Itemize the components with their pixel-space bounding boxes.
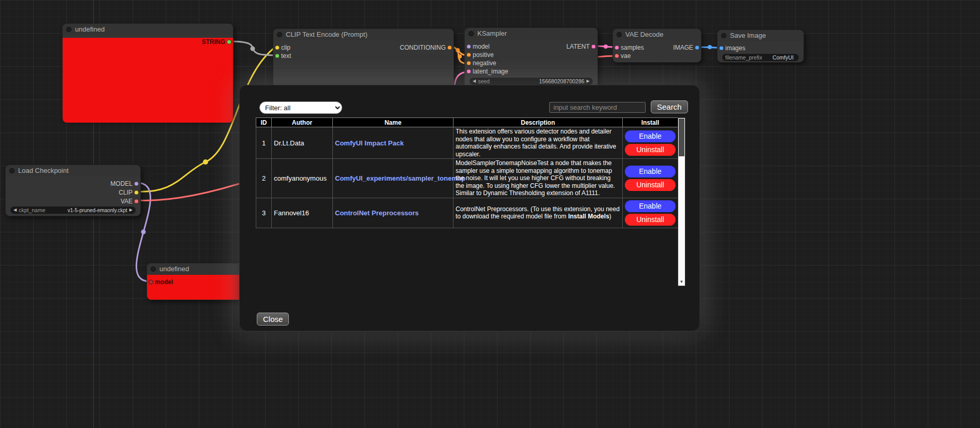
collapse-dot-icon[interactable] (151, 267, 156, 272)
slot-dot-image-output[interactable] (695, 46, 699, 50)
node-vae-decode[interactable]: VAE Decode samples IMAGE vae (612, 28, 701, 63)
slot-label-string-output: STRING (202, 38, 225, 46)
uninstall-button[interactable]: Uninstall (625, 214, 676, 226)
extension-link[interactable]: ControlNet Preprocessors (335, 209, 419, 217)
extensions-table: ID Author Name Description Install 1 Dr.… (256, 117, 678, 228)
node-save-image[interactable]: Save Image images filename_prefix ComfyU… (717, 29, 804, 63)
node-title-bar[interactable]: undefined (63, 24, 233, 35)
filename-prefix-value: ComfyUI (772, 54, 794, 61)
table-row: 1 Dr.Lt.Data ComfyUI Impact Pack This ex… (256, 127, 678, 159)
collapse-dot-icon[interactable] (9, 168, 14, 173)
slot-dot-negative-input[interactable] (466, 61, 471, 66)
uninstall-button[interactable]: Uninstall (625, 144, 676, 156)
slot-dot-model-input[interactable] (149, 280, 153, 285)
ckpt-name-widget[interactable]: ◀ ckpt_name v1-5-pruned-emaonly.ckpt ▶ (10, 206, 136, 214)
ckpt-name-value: v1-5-pruned-emaonly.ckpt (67, 208, 127, 213)
cell-author: Dr.Lt.Data (272, 127, 333, 159)
node-title-bar[interactable]: CLIP Text Encode (Prompt) (273, 29, 454, 40)
slot-label-negative: negative (473, 60, 496, 67)
collapse-dot-icon[interactable] (277, 32, 282, 37)
slot-dot-positive-input[interactable] (466, 53, 471, 57)
node-undefined-top[interactable]: undefined STRING (62, 23, 233, 121)
slot-dot-clip-input[interactable] (275, 46, 280, 50)
slot-dot-latent-output[interactable] (591, 45, 596, 49)
scrollbar-thumb[interactable] (679, 119, 684, 156)
extension-link[interactable]: ComfyUI Impact Pack (335, 139, 404, 147)
node-title-bar[interactable]: Load Checkpoint (6, 165, 140, 176)
filter-select[interactable]: Filter: all (259, 101, 342, 114)
slot-dot-vae-output[interactable] (134, 199, 139, 203)
collapse-dot-icon[interactable] (617, 32, 622, 37)
enable-button[interactable]: Enable (625, 200, 676, 212)
slot-label-model: model (155, 278, 173, 286)
slot-label-latent-image: latent_image (473, 68, 508, 75)
slot-label-model-output: MODEL (110, 180, 133, 187)
node-title: KSampler (477, 29, 507, 37)
extension-link[interactable]: ComfyUI_experiments/sampler_tonemap (335, 174, 465, 182)
slot-dot-model-output[interactable] (134, 181, 139, 186)
slot-label-clip: clip (281, 44, 290, 51)
link-dot-image (708, 45, 712, 49)
cell-id: 2 (256, 159, 272, 198)
seed-widget[interactable]: ◀ seed 156680208700286 ▶ (470, 78, 593, 85)
column-header-name: Name (333, 118, 454, 127)
scroll-down-icon: ▼ (680, 279, 684, 284)
slot-dot-text-input[interactable] (275, 54, 280, 58)
seed-widget-label: seed (478, 78, 490, 84)
column-header-description: Description (454, 118, 623, 127)
cell-id: 1 (256, 127, 272, 159)
close-button[interactable]: Close (257, 313, 289, 326)
table-row: 2 comfyanonymous ComfyUI_experiments/sam… (256, 159, 678, 198)
decrement-arrow-icon[interactable]: ◀ (473, 78, 476, 85)
increment-arrow-icon[interactable]: ▶ (587, 78, 590, 85)
search-button[interactable]: Search (651, 100, 688, 113)
previous-arrow-icon[interactable]: ◀ (13, 206, 17, 214)
slot-label-vae-output: VAE (121, 198, 133, 205)
node-title: Save Image (730, 32, 766, 39)
collapse-dot-icon[interactable] (66, 27, 71, 32)
scrollbar-down-button[interactable]: ▼ (678, 278, 685, 286)
filename-prefix-widget[interactable]: filename_prefix ComfyUI (722, 54, 799, 61)
enable-button[interactable]: Enable (625, 166, 676, 178)
node-title-bar[interactable]: VAE Decode (613, 29, 701, 40)
collapse-dot-icon[interactable] (721, 33, 726, 38)
search-input[interactable] (549, 102, 646, 113)
uninstall-button[interactable]: Uninstall (625, 179, 676, 191)
comfyui-canvas[interactable]: { "colors": { "clip_wire": "#f0d43c", "m… (0, 0, 980, 428)
slot-label-conditioning-output: CONDITIONING (400, 44, 446, 51)
node-title-bar[interactable]: KSampler (465, 28, 597, 39)
collapse-dot-icon[interactable] (469, 31, 474, 36)
next-arrow-icon[interactable]: ▶ (129, 206, 133, 214)
node-title: Load Checkpoint (18, 167, 69, 174)
node-title: undefined (159, 265, 189, 273)
slot-dot-conditioning-output[interactable] (447, 46, 452, 50)
link-dot-clip (203, 159, 208, 165)
slot-dot-model-input[interactable] (466, 45, 471, 49)
cell-install: Enable Uninstall (623, 198, 678, 228)
node-load-checkpoint[interactable]: Load Checkpoint MODEL CLIP VAE ◀ ckpt_na… (5, 165, 141, 216)
slot-dot-string-output[interactable] (227, 40, 231, 45)
slot-dot-samples-input[interactable] (615, 46, 619, 50)
slot-label-model: model (473, 43, 490, 50)
enable-button[interactable]: Enable (625, 130, 676, 142)
slot-dot-clip-output[interactable] (134, 190, 139, 195)
link-dot-string (251, 47, 255, 51)
slot-label-samples: samples (621, 44, 644, 51)
cell-install: Enable Uninstall (623, 159, 678, 198)
table-scrollbar[interactable]: ▼ (678, 117, 685, 286)
slot-dot-images-input[interactable] (719, 46, 724, 51)
slot-dot-latent-image-input[interactable] (466, 69, 471, 74)
node-title: CLIP Text Encode (Prompt) (286, 31, 368, 38)
column-header-install: Install (623, 118, 678, 127)
slot-dot-vae-input[interactable] (615, 54, 619, 58)
description-bold-text: Install Models (568, 213, 609, 220)
slot-label-image-output: IMAGE (673, 44, 693, 51)
cell-author: comfyanonymous (272, 159, 333, 198)
node-title: VAE Decode (625, 31, 663, 38)
custom-nodes-manager-dialog: Filter: all Search ID Author Name Descri… (239, 85, 700, 331)
node-title-bar[interactable]: Save Image (718, 30, 803, 41)
link-dot-conditioning-negative (458, 54, 462, 58)
slot-label-images: images (725, 45, 745, 52)
node-body-error[interactable]: STRING (63, 38, 233, 123)
node-title: undefined (75, 25, 105, 33)
